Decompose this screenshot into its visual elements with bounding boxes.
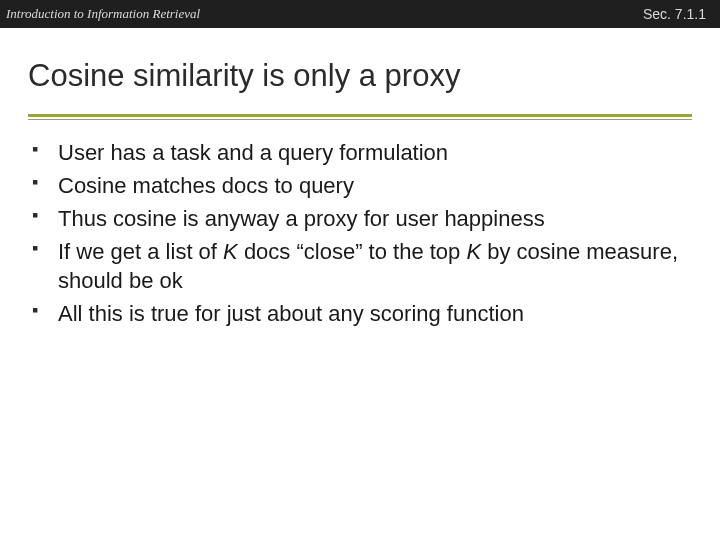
list-item: Thus cosine is anyway a proxy for user h… <box>30 204 690 233</box>
top-bar: Introduction to Information Retrieval Se… <box>0 0 720 28</box>
section-number: Sec. 7.1.1 <box>643 6 706 22</box>
slide-title: Cosine similarity is only a proxy <box>28 58 692 94</box>
title-area: Cosine similarity is only a proxy <box>0 28 720 102</box>
list-item: Cosine matches docs to query <box>30 171 690 200</box>
list-item: User has a task and a query formulation <box>30 138 690 167</box>
variable-k: K <box>466 239 481 264</box>
book-title: Introduction to Information Retrieval <box>6 6 200 22</box>
slide: Introduction to Information Retrieval Se… <box>0 0 720 540</box>
bullet-list: User has a task and a query formulation … <box>30 138 690 328</box>
title-underline <box>28 114 692 118</box>
bullet-text: If we get a list of <box>58 239 223 264</box>
list-item: If we get a list of K docs “close” to th… <box>30 237 690 295</box>
variable-k: K <box>223 239 238 264</box>
slide-body: User has a task and a query formulation … <box>0 118 720 328</box>
list-item: All this is true for just about any scor… <box>30 299 690 328</box>
bullet-text: docs “close” to the top <box>238 239 467 264</box>
